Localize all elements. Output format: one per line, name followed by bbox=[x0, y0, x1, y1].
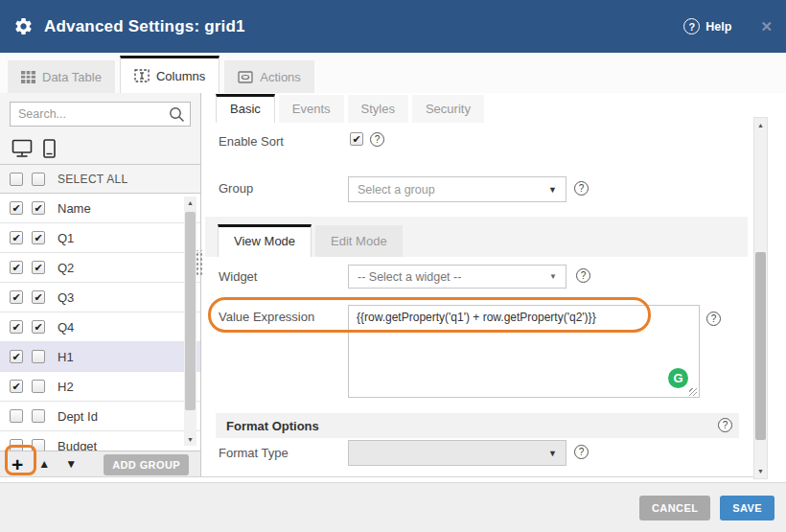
column-settings-panel: Basic Events Styles Security Enable Sort… bbox=[205, 93, 753, 476]
mobile-checkbox[interactable]: ✔ bbox=[32, 320, 45, 334]
tab-actions[interactable]: Actions bbox=[224, 60, 314, 93]
column-name: Dept Id bbox=[58, 409, 98, 424]
columns-list-scrollbar[interactable]: ▲ ▼ bbox=[184, 197, 196, 446]
desktop-checkbox[interactable]: ✔ bbox=[10, 231, 23, 244]
column-row[interactable]: ✔ ✔ Q2 bbox=[0, 253, 200, 283]
desktop-icon[interactable] bbox=[12, 139, 33, 158]
mobile-checkbox[interactable]: ✔ bbox=[32, 261, 45, 274]
chevron-down-icon: ▼ bbox=[549, 272, 557, 281]
desktop-checkbox[interactable]: ✔ bbox=[10, 261, 23, 274]
search-icon[interactable] bbox=[169, 106, 185, 123]
group-label: Group bbox=[219, 181, 253, 196]
chevron-down-icon: ▼ bbox=[548, 449, 557, 458]
column-row[interactable]: ✔ H1 bbox=[0, 342, 200, 372]
tab-data-table[interactable]: Data Table bbox=[8, 60, 115, 93]
column-row[interactable]: ✔ ✔ Name bbox=[0, 194, 200, 223]
tab-basic[interactable]: Basic bbox=[216, 94, 275, 123]
mobile-checkbox[interactable] bbox=[32, 350, 45, 363]
desktop-checkbox[interactable]: ✔ bbox=[10, 380, 23, 393]
desktop-checkbox[interactable]: ✔ bbox=[10, 201, 23, 215]
enable-sort-checkbox[interactable]: ✔ bbox=[350, 132, 363, 146]
add-column-button[interactable]: + bbox=[12, 454, 23, 474]
help-button[interactable]: ? Help bbox=[683, 18, 731, 35]
mobile-checkbox[interactable] bbox=[32, 380, 45, 393]
desktop-checkbox[interactable]: ✔ bbox=[10, 320, 23, 334]
desktop-checkbox[interactable]: ✔ bbox=[10, 290, 23, 304]
value-expression-input[interactable]: {{row.getProperty('q1') + row.getPropert… bbox=[348, 305, 700, 398]
column-name: H1 bbox=[58, 350, 74, 364]
save-button[interactable]: SAVE bbox=[720, 496, 774, 520]
format-options-label: Format Options bbox=[226, 419, 319, 433]
column-row[interactable]: Dept Id bbox=[0, 402, 200, 431]
value-expression-area: {{row.getProperty('q1') + row.getPropert… bbox=[348, 305, 700, 398]
scrollbar-thumb[interactable] bbox=[185, 212, 196, 410]
mobile-checkbox[interactable] bbox=[32, 409, 45, 423]
select-all-desktop-checkbox[interactable] bbox=[10, 173, 23, 186]
column-row[interactable]: ✔ ✔ Q3 bbox=[0, 283, 200, 312]
move-up-button[interactable]: ▲ bbox=[38, 457, 50, 471]
grammarly-icon[interactable]: G bbox=[668, 368, 688, 388]
tab-label: Data Table bbox=[42, 70, 102, 84]
column-row[interactable]: Budget bbox=[0, 431, 200, 451]
format-type-help-icon[interactable]: ? bbox=[574, 445, 589, 459]
group-help-icon[interactable]: ? bbox=[574, 181, 589, 196]
chevron-down-icon: ▼ bbox=[548, 185, 557, 195]
scroll-down-icon[interactable]: ▼ bbox=[184, 433, 196, 446]
device-toggle-row bbox=[0, 132, 200, 164]
data-table-icon bbox=[21, 71, 35, 83]
scrollbar-thumb[interactable] bbox=[755, 252, 766, 440]
gear-icon bbox=[13, 16, 34, 36]
close-icon[interactable]: ✕ bbox=[760, 18, 773, 35]
mobile-icon[interactable] bbox=[43, 139, 56, 158]
mobile-checkbox[interactable]: ✔ bbox=[32, 201, 45, 215]
search-input[interactable] bbox=[10, 102, 191, 127]
tab-events[interactable]: Events bbox=[279, 95, 344, 123]
mobile-checkbox[interactable]: ✔ bbox=[32, 290, 45, 304]
widget-label: Widget bbox=[219, 269, 257, 284]
tab-view-mode[interactable]: View Mode bbox=[218, 224, 312, 257]
resize-handle[interactable] bbox=[689, 388, 697, 396]
desktop-checkbox[interactable]: ✔ bbox=[10, 350, 23, 363]
help-icon: ? bbox=[683, 18, 700, 35]
tab-columns[interactable]: Columns bbox=[120, 56, 220, 93]
column-row[interactable]: ✔ ✔ Q4 bbox=[0, 312, 200, 342]
widget-help-icon[interactable]: ? bbox=[576, 268, 590, 283]
actions-icon bbox=[238, 71, 253, 83]
search-area bbox=[0, 93, 200, 132]
mobile-checkbox[interactable]: ✔ bbox=[32, 231, 45, 244]
column-name: Name bbox=[58, 201, 91, 216]
widget-dropdown-value: -- Select a widget -- bbox=[358, 270, 549, 284]
scroll-down-icon[interactable]: ▼ bbox=[754, 465, 767, 477]
select-all-mobile-checkbox[interactable] bbox=[32, 173, 45, 186]
scroll-up-icon[interactable]: ▲ bbox=[184, 197, 196, 209]
select-all-label: SELECT ALL bbox=[58, 173, 128, 186]
cancel-button[interactable]: CANCEL bbox=[639, 496, 710, 520]
widget-dropdown[interactable]: -- Select a widget -- ▼ bbox=[348, 265, 566, 289]
tab-styles[interactable]: Styles bbox=[348, 95, 408, 123]
value-expression-help-icon[interactable]: ? bbox=[706, 312, 721, 326]
content-divider bbox=[0, 476, 753, 477]
column-name: Budget bbox=[58, 439, 97, 452]
main-tabstrip: Data Table Columns Actions bbox=[0, 53, 786, 93]
panel-splitter-handle[interactable] bbox=[195, 250, 203, 276]
tab-edit-mode[interactable]: Edit Mode bbox=[315, 225, 403, 257]
column-name: H2 bbox=[58, 380, 74, 394]
enable-sort-help-icon[interactable]: ? bbox=[370, 132, 384, 147]
column-row[interactable]: ✔ ✔ Q1 bbox=[0, 223, 200, 253]
add-group-button[interactable]: ADD GROUP bbox=[104, 454, 189, 475]
format-type-dropdown[interactable]: ▼ bbox=[348, 440, 566, 466]
move-down-button[interactable]: ▼ bbox=[65, 457, 77, 471]
tab-security[interactable]: Security bbox=[412, 95, 484, 123]
column-name: Q3 bbox=[58, 290, 74, 305]
advanced-settings-dialog: Advanced Settings: grid1 ? Help ✕ Data T… bbox=[0, 0, 786, 532]
tab-label: Actions bbox=[260, 70, 301, 84]
scroll-up-icon[interactable]: ▲ bbox=[754, 119, 767, 131]
enable-sort-label: Enable Sort bbox=[219, 134, 284, 149]
tab-label: Columns bbox=[156, 69, 205, 83]
desktop-checkbox[interactable] bbox=[10, 409, 23, 423]
panel-scrollbar[interactable]: ▲ ▼ bbox=[753, 117, 768, 479]
group-dropdown[interactable]: Select a group ▼ bbox=[348, 176, 566, 202]
format-options-help-icon[interactable]: ? bbox=[718, 418, 732, 432]
column-row[interactable]: ✔ H2 bbox=[0, 372, 200, 402]
select-all-row[interactable]: SELECT ALL bbox=[0, 164, 200, 194]
